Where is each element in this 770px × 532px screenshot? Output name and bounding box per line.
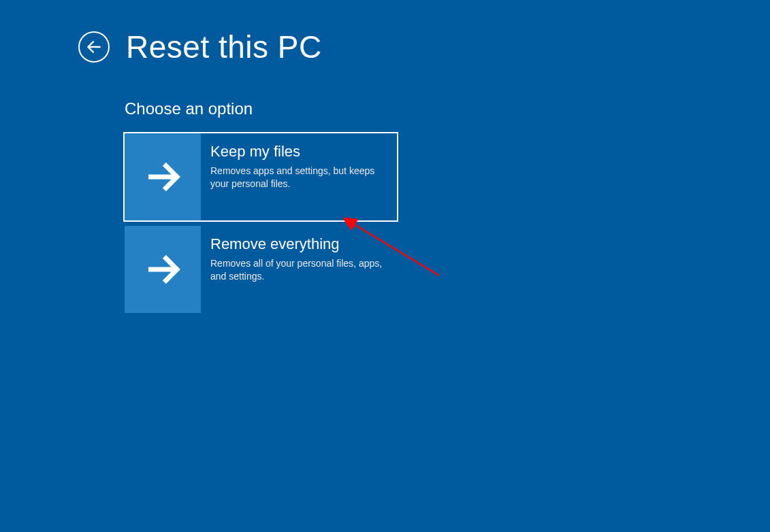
option-icon-tile bbox=[125, 226, 201, 313]
option-description: Removes all of your personal files, apps… bbox=[210, 257, 385, 283]
page-title: Reset this PC bbox=[126, 29, 322, 65]
arrow-right-icon bbox=[144, 158, 182, 196]
header: Reset this PC bbox=[0, 0, 770, 65]
option-title: Remove everything bbox=[210, 235, 385, 253]
page-subtitle: Choose an option bbox=[125, 99, 770, 118]
option-text-container: Keep my files Removes apps and settings,… bbox=[201, 133, 397, 220]
option-title: Keep my files bbox=[210, 143, 385, 161]
option-description: Removes apps and settings, but keeps you… bbox=[210, 165, 385, 190]
arrow-right-icon bbox=[144, 250, 182, 288]
option-text-container: Remove everything Removes all of your pe… bbox=[201, 226, 397, 313]
back-button[interactable] bbox=[78, 31, 110, 63]
option-icon-tile bbox=[125, 133, 201, 220]
option-keep-my-files[interactable]: Keep my files Removes apps and settings,… bbox=[125, 133, 397, 220]
back-arrow-icon bbox=[85, 38, 103, 56]
option-remove-everything[interactable]: Remove everything Removes all of your pe… bbox=[125, 226, 397, 313]
options-container: Keep my files Removes apps and settings,… bbox=[125, 133, 770, 313]
